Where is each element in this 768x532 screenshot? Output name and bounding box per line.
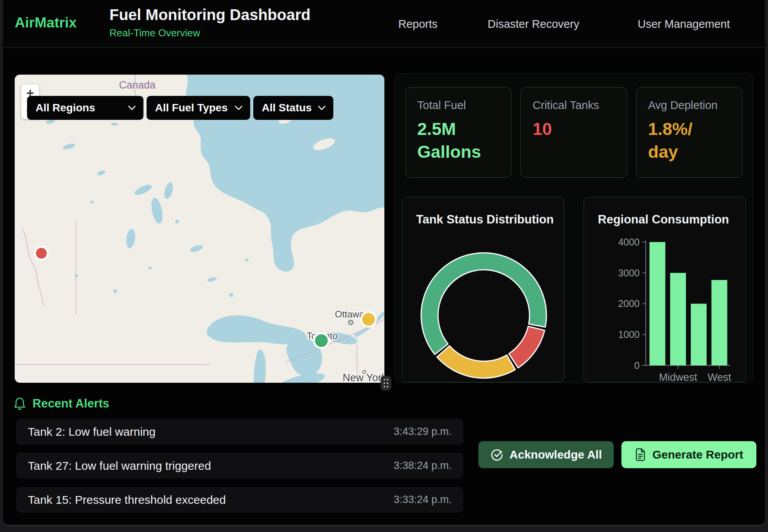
dashboard-app: AirMatrix Fuel Monitoring Dashboard Real…: [3, 0, 765, 526]
status-filter-value: All Status: [262, 102, 312, 114]
tank-status-chart-card: Tank Status Distribution: [402, 197, 564, 382]
y-tick-label: 0: [634, 360, 640, 371]
check-circle-icon: [490, 448, 503, 461]
alert-text: Tank 2: Low fuel warning: [28, 425, 155, 438]
fuel-type-filter-dropdown[interactable]: All Fuel Types: [147, 96, 250, 120]
nav-item-disaster-recovery[interactable]: Disaster Recovery: [488, 18, 579, 31]
report-document-icon: [635, 448, 646, 461]
stat-value-avg-depletion: 1.8%/day: [648, 118, 738, 163]
generate-report-label: Generate Report: [652, 448, 743, 461]
chevron-down-icon: [318, 106, 326, 110]
stat-cards-row: Total Fuel 2.5MGallons Critical Tanks 10…: [395, 74, 753, 178]
tank-marker-operational[interactable]: [314, 333, 329, 348]
title-block: Fuel Monitoring Dashboard Real-Time Over…: [109, 6, 311, 39]
fuel-type-filter-value: All Fuel Types: [155, 102, 228, 114]
chevron-down-icon: [235, 106, 242, 110]
stat-card-avg-depletion: Avg Depletion 1.8%/day: [636, 87, 742, 178]
alert-timestamp: 3:33:24 p.m.: [394, 494, 452, 506]
header: AirMatrix Fuel Monitoring Dashboard Real…: [3, 0, 765, 48]
stat-label: Total Fuel: [417, 99, 507, 112]
stat-label: Critical Tanks: [532, 99, 623, 112]
bar-0: [650, 242, 666, 365]
y-tick-label: 1000: [618, 329, 640, 340]
generate-report-button[interactable]: Generate Report: [621, 441, 756, 468]
x-tick-label: West: [708, 372, 732, 382]
brand-logo: AirMatrix: [15, 15, 77, 31]
y-tick-label: 2000: [618, 298, 640, 309]
bar-2: [691, 304, 707, 366]
recent-alerts-title: Recent Alerts: [32, 397, 109, 411]
region-filter-value: All Regions: [36, 102, 95, 114]
country-label: Canada: [119, 79, 156, 91]
stat-value-critical-tanks: 10: [532, 118, 623, 141]
nav-item-user-management[interactable]: User Management: [638, 18, 730, 31]
bell-icon: [14, 397, 26, 411]
bar-1: [670, 273, 686, 365]
x-tick-label: Midwest: [659, 372, 698, 382]
acknowledge-all-button[interactable]: Acknowledge All: [478, 441, 614, 468]
alert-text: Tank 15: Pressure threshold exceeded: [28, 493, 226, 506]
stat-card-total-fuel: Total Fuel 2.5MGallons: [405, 87, 512, 178]
alert-text: Tank 27: Low fuel warning triggered: [28, 459, 211, 472]
map-canvas[interactable]: Canada Ottawa Toronto New York: [15, 75, 384, 383]
page-title: Fuel Monitoring Dashboard: [109, 6, 311, 24]
tank-marker-warning[interactable]: [361, 312, 376, 327]
city-label-new-york: New York: [343, 372, 384, 383]
stat-card-critical-tanks: Critical Tanks 10: [521, 87, 627, 178]
resize-drag-handle-icon[interactable]: [381, 376, 391, 390]
alert-row: Tank 15: Pressure threshold exceeded 3:3…: [16, 487, 463, 513]
city-label-ottawa: Ottawa: [335, 309, 365, 319]
bar-3: [712, 280, 727, 365]
charts-row: Tank Status Distribution Regional Consum…: [395, 197, 753, 382]
alert-timestamp: 3:38:24 p.m.: [394, 460, 452, 472]
stat-value-total-fuel: 2.5MGallons: [417, 118, 507, 163]
stat-label: Avg Depletion: [648, 99, 738, 112]
region-filter-dropdown[interactable]: All Regions: [27, 96, 143, 120]
grip-dots-icon: [383, 378, 389, 388]
metrics-panel: Total Fuel 2.5MGallons Critical Tanks 10…: [394, 73, 753, 383]
map-filters: All Regions All Fuel Types All Status: [27, 96, 333, 120]
ottawa-city-dot-center: [350, 322, 352, 323]
page-subtitle: Real-Time Overview: [109, 27, 311, 39]
donut-segment-yellow: [437, 346, 515, 378]
chevron-down-icon: [128, 106, 136, 110]
regional-consumption-chart-card: Regional Consumption 01000200030004000Mi…: [584, 197, 746, 382]
acknowledge-all-label: Acknowledge All: [510, 448, 602, 461]
alert-row: Tank 27: Low fuel warning triggered 3:38…: [16, 453, 463, 479]
donut-segment-red: [509, 326, 545, 368]
alert-timestamp: 3:43:29 p.m.: [394, 426, 452, 438]
tank-marker-critical[interactable]: [35, 247, 48, 260]
map-panel[interactable]: Canada Ottawa Toronto New York + − All R…: [15, 75, 384, 383]
chart-title: Regional Consumption: [598, 213, 729, 227]
chart-title: Tank Status Distribution: [416, 213, 554, 227]
recent-alerts-heading: Recent Alerts: [14, 397, 109, 411]
y-tick-label: 3000: [618, 268, 640, 278]
alert-row: Tank 2: Low fuel warning 3:43:29 p.m.: [16, 419, 463, 445]
y-tick-label: 4000: [618, 237, 640, 247]
nav-item-reports[interactable]: Reports: [398, 18, 438, 31]
status-filter-dropdown[interactable]: All Status: [253, 96, 333, 120]
